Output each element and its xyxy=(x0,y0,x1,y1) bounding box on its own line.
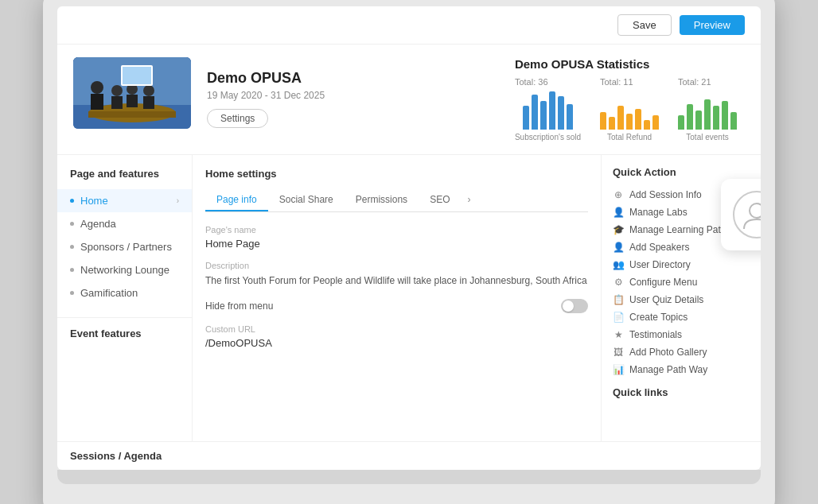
left-panel-heading: Page and features xyxy=(57,168,192,189)
avatar-icon xyxy=(741,199,761,231)
bar xyxy=(635,109,641,130)
tab-seo[interactable]: SEO xyxy=(419,189,461,211)
bar xyxy=(730,112,737,130)
qa-manage-labs-label: Manage Labs xyxy=(629,207,688,218)
tabs-row: Page info Social Share Permissions SEO › xyxy=(205,189,588,212)
tab-more-icon[interactable]: › xyxy=(461,189,477,211)
qa-add-speakers-label: Add Speakers xyxy=(629,242,689,253)
nav-item-home[interactable]: Home › xyxy=(57,189,192,212)
event-image xyxy=(73,57,191,129)
stat-label-1: Subscription's sold xyxy=(515,133,581,142)
nav-label-agenda: Agenda xyxy=(80,218,116,230)
bar xyxy=(558,96,564,130)
create-topics-icon: 📄 xyxy=(613,312,624,323)
qa-add-session-label: Add Session Info xyxy=(629,189,702,200)
nav-item-networking[interactable]: Networking Lounge xyxy=(57,258,192,281)
bar xyxy=(687,104,693,130)
qa-quiz-details[interactable]: 📋 User Quiz Details xyxy=(613,291,750,308)
tab-permissions[interactable]: Permissions xyxy=(345,189,419,211)
left-panel-bottom: Event features xyxy=(57,317,192,349)
qa-photo-gallery[interactable]: 🖼 Add Photo Gallery xyxy=(613,343,750,361)
user-directory-icon: 👥 xyxy=(613,259,624,270)
description-value: The first Youth Forum for People and Wil… xyxy=(205,273,588,288)
stat-label-3: Total events xyxy=(686,133,728,142)
nav-label-gamification: Gamification xyxy=(80,287,138,299)
qa-user-directory[interactable]: 👥 User Directory xyxy=(613,256,750,273)
stat-total-2: Total: 11 xyxy=(600,77,633,87)
qa-testimonials[interactable]: ★ Testimonials xyxy=(613,326,750,343)
svg-point-4 xyxy=(91,81,103,94)
event-dates: 19 May 2020 - 31 Dec 2025 xyxy=(207,90,325,101)
nav-dot-networking xyxy=(70,268,74,272)
qa-learning-path-label: Manage Learning Path xyxy=(629,224,726,235)
page-name-label: Page's name xyxy=(205,225,588,235)
qa-user-directory-label: User Directory xyxy=(629,259,691,270)
svg-rect-7 xyxy=(111,96,123,109)
svg-rect-5 xyxy=(91,94,103,110)
qa-configure-menu[interactable]: ⚙ Configure Menu xyxy=(613,273,750,291)
bar xyxy=(549,91,555,130)
sessions-heading: Sessions / Agenda xyxy=(70,450,205,462)
custom-url-group: Custom URL /DemoOPUSA xyxy=(205,324,588,349)
tab-social-share[interactable]: Social Share xyxy=(268,189,345,211)
bar xyxy=(704,99,711,130)
stat-bars-2 xyxy=(600,90,659,130)
svg-rect-3 xyxy=(88,111,176,118)
manage-pathway-icon: 📊 xyxy=(613,364,624,375)
chevron-right-icon: › xyxy=(177,196,179,205)
laptop-base xyxy=(57,470,761,484)
stat-total-1: Total: 36 xyxy=(515,77,548,87)
nav-item-gamification[interactable]: Gamification xyxy=(57,281,192,304)
preview-button[interactable]: Preview xyxy=(680,15,745,35)
nav-dot-home xyxy=(70,199,74,203)
hide-menu-label: Hide from menu xyxy=(205,300,273,312)
svg-point-14 xyxy=(750,204,761,218)
nav-item-sponsors[interactable]: Sponsors / Partners xyxy=(57,235,192,258)
tab-page-info[interactable]: Page info xyxy=(205,189,268,211)
settings-button[interactable]: Settings xyxy=(207,109,268,128)
screen: Save Preview xyxy=(57,6,761,470)
configure-menu-icon: ⚙ xyxy=(613,277,624,288)
svg-rect-9 xyxy=(127,95,138,107)
middle-panel: Home settings Page info Social Share Per… xyxy=(193,155,602,441)
qa-create-topics[interactable]: 📄 Create Topics xyxy=(613,308,750,326)
custom-url-value: /DemoOPUSA xyxy=(205,337,588,349)
description-group: Description The first Youth Forum for Pe… xyxy=(205,261,588,288)
hide-menu-toggle[interactable] xyxy=(561,299,588,313)
qa-configure-menu-label: Configure Menu xyxy=(629,277,697,288)
bar xyxy=(652,115,659,130)
bar xyxy=(722,101,728,130)
photo-gallery-icon: 🖼 xyxy=(613,347,624,358)
stat-total-3: Total: 21 xyxy=(678,77,711,87)
event-info: Demo OPUSA 19 May 2020 - 31 Dec 2025 Set… xyxy=(207,57,325,142)
stat-label-2: Total Refund xyxy=(607,133,652,142)
nav-dot-sponsors xyxy=(70,245,74,249)
nav-dot-agenda xyxy=(70,222,74,226)
qa-create-topics-label: Create Topics xyxy=(629,312,688,323)
custom-url-label: Custom URL xyxy=(205,324,588,334)
event-title: Demo OPUSA xyxy=(207,70,325,87)
bar xyxy=(617,106,624,130)
bottom-strip: Sessions / Agenda xyxy=(57,441,761,470)
bar xyxy=(678,115,684,130)
middle-heading: Home settings xyxy=(205,168,588,180)
nav-item-agenda[interactable]: Agenda xyxy=(57,212,192,235)
bar xyxy=(540,101,547,130)
laptop-frame: Save Preview xyxy=(43,0,775,504)
save-button[interactable]: Save xyxy=(617,14,672,36)
qa-quiz-details-label: User Quiz Details xyxy=(629,294,703,305)
stat-bars-3 xyxy=(678,90,737,130)
bar xyxy=(626,114,633,130)
stat-subscriptions: Total: 36 Subscription's sold xyxy=(515,77,581,142)
avatar-card xyxy=(721,179,761,250)
add-session-icon: ⊕ xyxy=(613,189,624,200)
stat-bars-1 xyxy=(523,90,573,130)
bar xyxy=(695,110,702,130)
header-section: Demo OPUSA 19 May 2020 - 31 Dec 2025 Set… xyxy=(57,45,761,155)
stats-title: Demo OPUSA Statistics xyxy=(515,57,737,71)
event-features-heading: Event features xyxy=(57,328,192,349)
qa-manage-pathway-label: Manage Path Way xyxy=(629,364,707,375)
svg-point-10 xyxy=(143,85,154,96)
nav-label-networking: Networking Lounge xyxy=(80,264,169,276)
qa-manage-pathway[interactable]: 📊 Manage Path Way xyxy=(613,361,750,378)
